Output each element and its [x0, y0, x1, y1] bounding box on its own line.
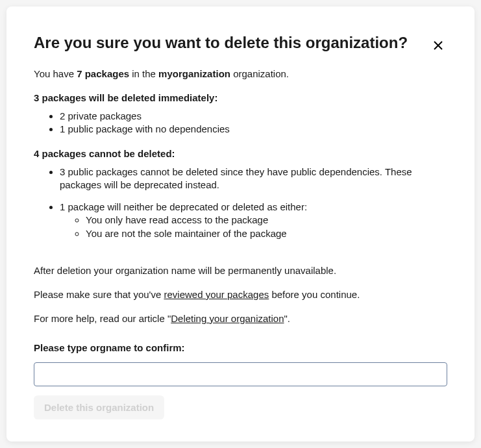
- delete-organization-modal: Are you sure you want to delete this org…: [6, 6, 475, 442]
- intro-prefix: You have: [34, 68, 77, 79]
- help-text: For more help, read our article "Deletin…: [34, 312, 447, 325]
- list-item: 1 package will neither be deprecated or …: [60, 201, 447, 240]
- modal-title: Are you sure you want to delete this org…: [34, 32, 447, 53]
- intro-pkg-count: 7 packages: [77, 68, 129, 79]
- intro-suffix: organization.: [230, 68, 289, 79]
- cannot-list: 3 public packages cannot be deleted sinc…: [34, 166, 447, 240]
- list-item: 3 public packages cannot be deleted sinc…: [60, 166, 447, 192]
- cannot-heading: 4 packages cannot be deleted:: [34, 148, 447, 159]
- intro-org-name: myorganization: [158, 68, 230, 79]
- delete-organization-button[interactable]: Delete this organization: [34, 395, 164, 419]
- confirm-label: Please type orgname to confirm:: [34, 342, 447, 353]
- close-icon: [433, 40, 443, 51]
- list-spacer: [60, 192, 447, 201]
- help-prefix: For more help, read our article ": [34, 313, 171, 324]
- intro-mid: in the: [129, 68, 158, 79]
- list-item: You only have read access to the package: [86, 214, 447, 227]
- intro-text: You have 7 packages in the myorganizatio…: [34, 67, 447, 81]
- after-deletion-text: After deletion your organization name wi…: [34, 264, 447, 277]
- cannot-sublist: You only have read access to the package…: [60, 214, 447, 240]
- cannot-item2-text: 1 package will neither be deprecated or …: [60, 201, 307, 212]
- list-item: 2 private packages: [60, 110, 447, 123]
- help-suffix: ".: [284, 313, 291, 324]
- review-prefix: Please make sure that you've: [34, 289, 164, 300]
- list-item: 1 public package with no dependencies: [60, 123, 447, 136]
- review-text: Please make sure that you've reviewed yo…: [34, 288, 447, 301]
- confirm-orgname-input[interactable]: [34, 362, 447, 386]
- deleted-list: 2 private packages 1 public package with…: [34, 110, 447, 136]
- deleted-heading: 3 packages will be deleted immediately:: [34, 92, 447, 103]
- close-button[interactable]: [430, 38, 446, 53]
- list-item: You are not the sole maintainer of the p…: [86, 227, 447, 240]
- reviewed-packages-link[interactable]: reviewed your packages: [164, 289, 269, 300]
- review-suffix: before you continue.: [269, 289, 360, 300]
- deleting-org-link[interactable]: Deleting your organization: [171, 313, 284, 324]
